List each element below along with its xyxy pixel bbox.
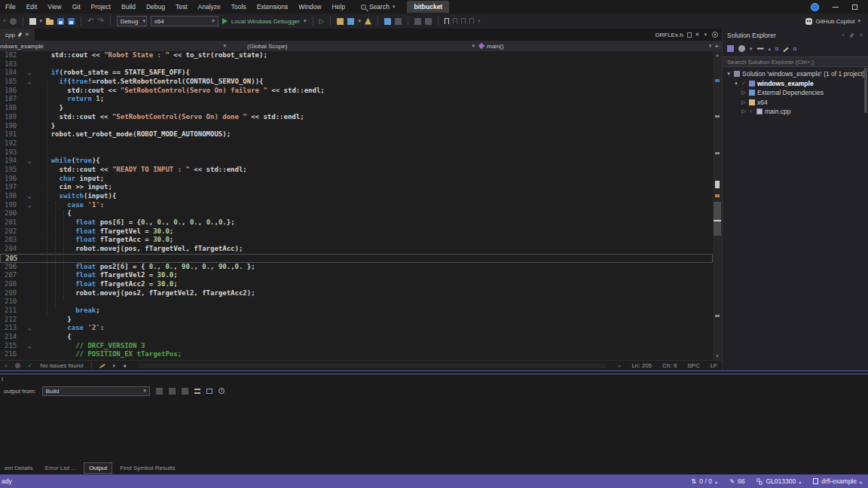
line-number[interactable]: 215: [0, 342, 24, 351]
menu-item-debug[interactable]: Debug: [141, 0, 170, 14]
start-without-debug-icon[interactable]: ▷: [319, 18, 325, 25]
line-number[interactable]: 204: [0, 245, 24, 254]
panel-tab-output[interactable]: Output: [84, 462, 112, 474]
column-indicator[interactable]: Ch: 9: [662, 362, 677, 369]
tree-item-solution-windows-example-1-of-[interactable]: ▾Solution 'windows_example' (1 of 1 proj…: [723, 69, 868, 79]
timestamp-icon[interactable]: [219, 388, 225, 394]
code-line[interactable]: 182 std::cout << "Robot State : " << to_…: [0, 51, 713, 60]
line-number[interactable]: 202: [0, 227, 24, 236]
code-line[interactable]: 216 // POSITION_EX tTargetPos;: [0, 350, 713, 359]
code-line[interactable]: 206 float pos2[6] = { 0., 0., 90., 0., 9…: [0, 263, 713, 272]
menu-item-extensions[interactable]: Extensions: [252, 0, 294, 14]
menu-item-edit[interactable]: Edit: [21, 0, 43, 14]
account-avatar[interactable]: [811, 3, 819, 11]
tab-drflex-h[interactable]: DRFLEx.h ✕: [651, 29, 704, 41]
menu-item-git[interactable]: Git: [67, 0, 86, 14]
code-line[interactable]: 197 cin >> input;: [0, 183, 713, 192]
code-line[interactable]: 207 float fTargetVel2 = 30.0;: [0, 271, 713, 280]
line-number[interactable]: 213: [0, 324, 24, 333]
new-file-icon[interactable]: [29, 18, 36, 25]
scrollbar-thumb[interactable]: [714, 202, 721, 236]
line-number[interactable]: 190: [0, 122, 24, 131]
code-line[interactable]: 191 robot.set_robot_mode(ROBOT_MODE_AUTO…: [0, 130, 713, 139]
chevron-down-icon[interactable]: ▾: [113, 363, 116, 369]
platform-dropdown[interactable]: x64 ▾: [151, 16, 219, 26]
output-source-dropdown[interactable]: Build ▾: [42, 386, 150, 396]
menu-item-project[interactable]: Project: [86, 0, 116, 14]
line-number[interactable]: 216: [0, 350, 24, 359]
fold-chevron-icon[interactable]: ⌄: [24, 69, 35, 78]
issues-label[interactable]: No issues found: [40, 362, 83, 369]
editor-vertical-scrollbar[interactable]: ▴ ▾: [713, 51, 722, 360]
line-number[interactable]: 189: [0, 113, 24, 122]
code-line[interactable]: 203 float fTargetAcc = 30.0;: [0, 236, 713, 245]
next-message-icon[interactable]: [182, 388, 188, 395]
redo-icon[interactable]: ↷: [97, 17, 103, 25]
chevron-down-icon[interactable]: ▾: [750, 46, 753, 52]
step-over-icon[interactable]: [395, 18, 402, 25]
code-line-current[interactable]: 205: [0, 254, 713, 263]
goto-message-icon[interactable]: [156, 388, 163, 395]
line-number[interactable]: 214: [0, 333, 24, 342]
prev-bookmark-icon[interactable]: [453, 18, 457, 24]
menu-item-window[interactable]: Window: [293, 0, 326, 14]
minimize-button[interactable]: [833, 7, 839, 8]
panel-scrollbar-thumb[interactable]: [864, 68, 867, 113]
navigate-back-icon[interactable]: ▾: [3, 18, 6, 24]
menu-item-build[interactable]: Build: [116, 0, 141, 14]
line-number[interactable]: 193: [0, 148, 24, 157]
fold-chevron-icon[interactable]: ⌄: [24, 157, 35, 166]
line-number[interactable]: 183: [0, 60, 24, 69]
code-line[interactable]: 189 std::cout << "SetRobotControl(Servo …: [0, 113, 713, 122]
line-number[interactable]: 199: [0, 201, 24, 210]
word-wrap-icon[interactable]: [206, 389, 212, 394]
chevron-down-icon[interactable]: ▾: [304, 18, 307, 24]
code-line[interactable]: 210: [0, 297, 713, 307]
code-line[interactable]: 194⌄ while(true){: [0, 157, 713, 166]
sync-with-active-document-button[interactable]: [775, 47, 778, 50]
expander-expanded-icon[interactable]: ▾: [733, 81, 739, 87]
collapse-all-icon[interactable]: ▴: [769, 46, 772, 52]
solution-explorer-header[interactable]: Solution Explorer ▾ ✕: [723, 29, 868, 41]
code-line[interactable]: 201 float pos[6] = {0., 0., 0., 0., 0.,0…: [0, 218, 713, 227]
line-number[interactable]: 203: [0, 236, 24, 245]
step-into-icon[interactable]: [384, 18, 391, 25]
line-number[interactable]: 206: [0, 263, 24, 272]
pin-icon[interactable]: [850, 32, 854, 38]
spaces-indicator[interactable]: SPC: [687, 362, 699, 369]
run-button-label[interactable]: Local Windows Debugger: [231, 18, 300, 25]
code-line[interactable]: 185⌄ if(true!=robot.SetRobotControl(CONT…: [0, 78, 713, 87]
line-number[interactable]: 208: [0, 280, 24, 289]
chevron-down-icon[interactable]: ▾: [842, 32, 845, 38]
step-out-icon[interactable]: [414, 18, 421, 25]
pin-icon[interactable]: [17, 32, 22, 38]
code-line[interactable]: 196 char input;: [0, 175, 713, 184]
close-icon[interactable]: ✕: [695, 32, 700, 38]
clear-output-icon[interactable]: [194, 389, 200, 394]
bitbucket-button[interactable]: bitbucket: [407, 1, 449, 13]
menu-item-test[interactable]: Test: [170, 0, 193, 14]
properties-wrench-icon[interactable]: [783, 47, 788, 53]
code-line[interactable]: 190 }: [0, 122, 713, 131]
code-line[interactable]: 204 robot.movej(pos, fTargetVel, fTarget…: [0, 245, 713, 254]
switch-views-icon[interactable]: [727, 45, 734, 52]
chevron-down-icon[interactable]: ▾: [478, 18, 481, 24]
line-number[interactable]: 184: [0, 69, 24, 78]
line-number[interactable]: 210: [0, 297, 24, 307]
chevron-down-icon[interactable]: ▾: [5, 363, 8, 369]
line-number[interactable]: 196: [0, 175, 24, 184]
sync-icon[interactable]: [757, 44, 764, 53]
prev-message-icon[interactable]: [169, 388, 176, 395]
code-line[interactable]: 188 }: [0, 104, 713, 113]
panel-tab-find-symbol-results[interactable]: Find Symbol Results: [115, 463, 179, 473]
restore-button[interactable]: [852, 5, 857, 10]
scroll-down-icon[interactable]: ▾: [713, 353, 722, 359]
fold-chevron-icon[interactable]: ⌄: [24, 192, 35, 201]
copilot-badge[interactable]: GitHub Copilot ▾: [805, 18, 868, 25]
code-line[interactable]: 186 std::cout << "SetRobotControl(Servo …: [0, 87, 713, 96]
tree-item-windows-example[interactable]: ▾✓windows_example: [723, 79, 868, 89]
line-number[interactable]: 191: [0, 130, 24, 139]
line-number[interactable]: 211: [0, 307, 24, 316]
chevron-down-icon[interactable]: ▾: [358, 18, 361, 24]
expander-collapsed-icon[interactable]: ▷: [741, 99, 747, 105]
